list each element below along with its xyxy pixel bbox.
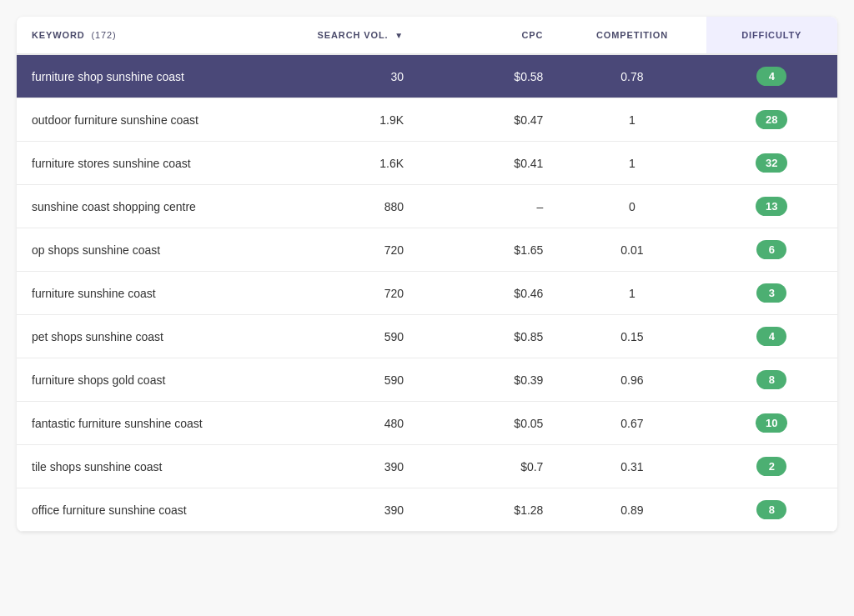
difficulty-badge: 13 xyxy=(756,197,787,216)
difficulty-cell: 8 xyxy=(706,488,837,532)
keyword-cell: fantastic furniture sunshine coast xyxy=(17,402,271,445)
competition-cell: 0.67 xyxy=(558,402,706,445)
competition-header-label: COMPETITION xyxy=(596,30,668,40)
table-row[interactable]: furniture shop sunshine coast 30 $0.58 0… xyxy=(17,54,837,98)
table-row[interactable]: tile shops sunshine coast 390 $0.7 0.31 … xyxy=(17,445,837,488)
difficulty-column-header: DIFFICULTY xyxy=(706,17,837,54)
cpc-cell: $0.05 xyxy=(419,402,558,445)
competition-cell: 1 xyxy=(558,142,706,185)
table-row[interactable]: outdoor furniture sunshine coast 1.9K $0… xyxy=(17,98,837,142)
table-row[interactable]: pet shops sunshine coast 590 $0.85 0.15 … xyxy=(17,315,837,358)
keyword-cell: furniture shops gold coast xyxy=(17,358,271,402)
difficulty-cell: 8 xyxy=(706,358,837,402)
search-vol-column-header[interactable]: SEARCH VOL. ▼ xyxy=(271,17,419,54)
difficulty-cell: 4 xyxy=(706,315,837,358)
cpc-cell: $0.85 xyxy=(419,315,558,358)
difficulty-cell: 32 xyxy=(706,142,837,185)
difficulty-cell: 4 xyxy=(706,54,837,98)
sort-icon: ▼ xyxy=(394,31,404,40)
table-row[interactable]: sunshine coast shopping centre 880 – 0 1… xyxy=(17,185,837,228)
keyword-header-label: KEYWORD xyxy=(32,30,85,40)
keyword-cell: tile shops sunshine coast xyxy=(17,445,271,488)
search-vol-cell: 590 xyxy=(271,358,419,402)
table-row[interactable]: furniture shops gold coast 590 $0.39 0.9… xyxy=(17,358,837,402)
cpc-cell: – xyxy=(419,185,558,228)
search-vol-cell: 590 xyxy=(271,315,419,358)
search-vol-cell: 880 xyxy=(271,185,419,228)
search-vol-cell: 720 xyxy=(271,272,419,315)
keyword-cell: outdoor furniture sunshine coast xyxy=(17,98,271,142)
competition-cell: 0.89 xyxy=(558,488,706,532)
cpc-header-label: CPC xyxy=(522,30,544,40)
difficulty-badge: 4 xyxy=(756,327,786,346)
cpc-cell: $0.39 xyxy=(419,358,558,402)
competition-cell: 1 xyxy=(558,272,706,315)
cpc-cell: $0.41 xyxy=(419,142,558,185)
keyword-table: KEYWORD (172) SEARCH VOL. ▼ CPC COMPETIT… xyxy=(17,17,837,532)
difficulty-badge: 8 xyxy=(756,370,786,389)
difficulty-badge: 2 xyxy=(756,457,786,476)
search-vol-cell: 1.9K xyxy=(271,98,419,142)
competition-column-header: COMPETITION xyxy=(558,17,706,54)
cpc-cell: $0.7 xyxy=(419,445,558,488)
difficulty-badge: 6 xyxy=(756,240,786,259)
competition-cell: 0.78 xyxy=(558,54,706,98)
keyword-cell: furniture stores sunshine coast xyxy=(17,142,271,185)
keyword-cell: office furniture sunshine coast xyxy=(17,488,271,532)
search-vol-cell: 720 xyxy=(271,228,419,272)
difficulty-header-label: DIFFICULTY xyxy=(741,30,801,40)
difficulty-badge: 3 xyxy=(756,283,786,303)
cpc-cell: $0.58 xyxy=(419,54,558,98)
keyword-cell: furniture shop sunshine coast xyxy=(17,54,271,98)
cpc-cell: $0.47 xyxy=(419,98,558,142)
cpc-cell: $1.65 xyxy=(419,228,558,272)
table-row[interactable]: furniture sunshine coast 720 $0.46 1 3 xyxy=(17,272,837,315)
difficulty-cell: 6 xyxy=(706,228,837,272)
competition-cell: 0.31 xyxy=(558,445,706,488)
difficulty-badge: 10 xyxy=(756,413,787,433)
keyword-column-header: KEYWORD (172) xyxy=(17,17,271,54)
difficulty-cell: 3 xyxy=(706,272,837,315)
competition-cell: 0.15 xyxy=(558,315,706,358)
difficulty-cell: 28 xyxy=(706,98,837,142)
keyword-cell: furniture sunshine coast xyxy=(17,272,271,315)
keyword-cell: sunshine coast shopping centre xyxy=(17,185,271,228)
competition-cell: 0.01 xyxy=(558,228,706,272)
difficulty-badge: 8 xyxy=(756,500,786,519)
difficulty-cell: 2 xyxy=(706,445,837,488)
difficulty-cell: 13 xyxy=(706,185,837,228)
keyword-cell: pet shops sunshine coast xyxy=(17,315,271,358)
search-vol-cell: 1.6K xyxy=(271,142,419,185)
search-vol-cell: 390 xyxy=(271,445,419,488)
competition-cell: 0.96 xyxy=(558,358,706,402)
search-vol-cell: 480 xyxy=(271,402,419,445)
table-row[interactable]: furniture stores sunshine coast 1.6K $0.… xyxy=(17,142,837,185)
keyword-cell: op shops sunshine coast xyxy=(17,228,271,272)
search-vol-cell: 30 xyxy=(271,54,419,98)
table-row[interactable]: fantastic furniture sunshine coast 480 $… xyxy=(17,402,837,445)
difficulty-cell: 10 xyxy=(706,402,837,445)
difficulty-badge: 4 xyxy=(756,67,786,86)
difficulty-badge: 32 xyxy=(756,153,787,173)
competition-cell: 1 xyxy=(558,98,706,142)
difficulty-badge: 28 xyxy=(756,110,787,129)
competition-cell: 0 xyxy=(558,185,706,228)
cpc-cell: $1.28 xyxy=(419,488,558,532)
table-row[interactable]: op shops sunshine coast 720 $1.65 0.01 6 xyxy=(17,228,837,272)
search-vol-header-label: SEARCH VOL. xyxy=(318,30,389,40)
cpc-column-header: CPC xyxy=(419,17,558,54)
cpc-cell: $0.46 xyxy=(419,272,558,315)
search-vol-cell: 390 xyxy=(271,488,419,532)
keyword-count: (172) xyxy=(92,30,117,40)
table-row[interactable]: office furniture sunshine coast 390 $1.2… xyxy=(17,488,837,532)
